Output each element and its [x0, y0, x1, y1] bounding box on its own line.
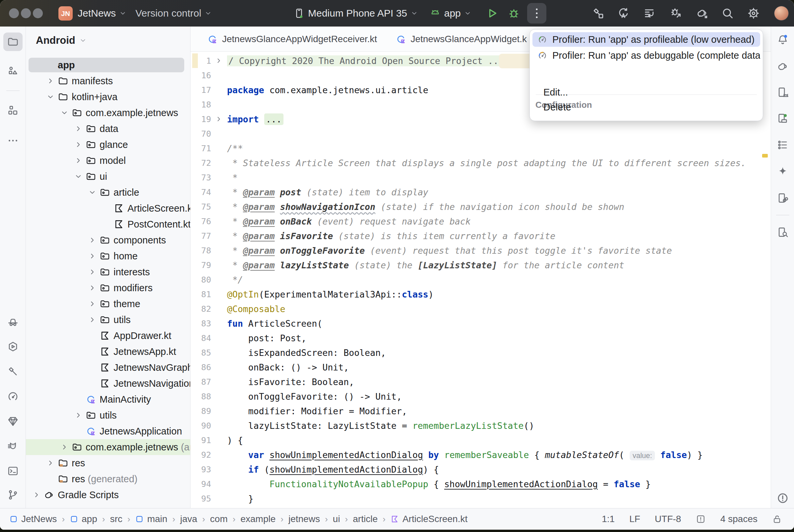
tree-item-appdrawer-kt[interactable]: AppDrawer.kt [26, 328, 190, 344]
structure-tool[interactable] [7, 104, 19, 116]
popup-item-profiler-debuggable[interactable]: Profiler: Run 'app' as debuggable (compl… [532, 48, 760, 63]
profiler-tool[interactable] [7, 391, 19, 402]
breadcrumb-item-main[interactable]: main [135, 514, 167, 525]
device-manager-tool[interactable] [777, 86, 789, 98]
tree-item-jetnewsnavigation[interactable]: JetnewsNavigation [26, 376, 190, 392]
build-tool[interactable] [7, 365, 19, 377]
chevron-right-icon[interactable] [88, 252, 99, 260]
user-avatar[interactable] [774, 6, 789, 21]
tree-item-glance[interactable]: glance [26, 137, 190, 153]
chevron-right-icon[interactable] [74, 140, 86, 149]
structure-tool-right[interactable] [777, 139, 789, 151]
chevron-right-icon[interactable] [88, 236, 99, 244]
tree-item-kotlin-java[interactable]: kotlin+java [26, 89, 190, 105]
tree-item-articlescreen-kt[interactable]: ArticleScreen.kt [26, 200, 190, 216]
popup-action-delete[interactable]: Delete [530, 100, 760, 114]
project-menu[interactable]: JetNews [78, 0, 127, 26]
chevron-right-icon[interactable] [33, 491, 44, 499]
line-separator-widget[interactable]: LF [629, 514, 640, 525]
vcs-menu[interactable]: Version control [135, 0, 212, 26]
encoding-widget[interactable]: UTF-8 [655, 514, 681, 525]
chevron-down-icon[interactable] [47, 93, 58, 101]
more-run-options-button[interactable] [527, 3, 547, 23]
tree-item-utils[interactable]: utils [26, 312, 190, 328]
inspection-status-icon[interactable] [696, 514, 706, 524]
breadcrumb-item-article[interactable]: article [353, 514, 378, 525]
breadcrumb-item-jetnews[interactable]: jetnews [289, 514, 320, 525]
settings-button[interactable] [747, 7, 760, 20]
device-selector[interactable]: Medium Phone API 35 [293, 0, 418, 26]
close-window-button[interactable] [9, 8, 19, 18]
tree-item-res[interactable]: res [26, 455, 190, 471]
run-configuration-selector[interactable]: app [429, 0, 472, 26]
project-tool[interactable] [7, 36, 19, 48]
popup-action-edit[interactable]: Edit... [530, 85, 760, 99]
tree-item-components[interactable]: components [26, 232, 190, 248]
breadcrumb-item-app[interactable]: app [70, 514, 97, 525]
popup-item-profiler-profileable[interactable]: Profiler: Run 'app' as profileable (low … [532, 32, 760, 47]
tree-item-theme[interactable]: theme [26, 296, 190, 312]
indent-widget[interactable]: 4 spaces [720, 514, 757, 525]
breadcrumb-item-ui[interactable]: ui [333, 514, 340, 525]
device-mirroring-tool[interactable] [777, 192, 789, 204]
build-button[interactable] [592, 7, 605, 20]
tree-item-res[interactable]: res (generated) [26, 471, 190, 487]
tree-item-jetnewsapp-kt[interactable]: JetnewsApp.kt [26, 344, 190, 360]
tree-item-com-example-jetnews[interactable]: com.example.jetnews (an [26, 439, 190, 455]
tree-item-jetnewsapplication[interactable]: JetnewsApplication [26, 423, 190, 439]
chevron-right-icon[interactable] [88, 316, 99, 324]
apply-changes-button[interactable] [617, 7, 630, 20]
tree-item-mainactivity[interactable]: MainActivity [26, 392, 190, 407]
tree-item-gradle-scripts[interactable]: Gradle Scripts [26, 487, 190, 503]
chevron-right-icon[interactable] [88, 268, 99, 276]
chevron-right-icon[interactable] [47, 77, 58, 85]
gradle-tool[interactable] [777, 60, 789, 72]
version-control-tool[interactable] [7, 489, 19, 501]
fold-arrow-icon[interactable] [215, 57, 227, 64]
chevron-right-icon[interactable] [60, 443, 72, 451]
tree-item-manifests[interactable]: manifests [26, 73, 190, 89]
tree-item-jetnewsnavgraph-[interactable]: JetnewsNavGraph. [26, 360, 190, 376]
project-view-selector[interactable]: Android [36, 32, 87, 49]
chevron-down-icon[interactable] [88, 188, 99, 197]
minimize-window-button[interactable] [21, 8, 31, 18]
problems-tool[interactable] [777, 492, 789, 504]
breadcrumb-item-example[interactable]: example [240, 514, 276, 525]
logcat-tool[interactable] [7, 440, 19, 452]
running-devices-tool[interactable] [777, 112, 789, 125]
breadcrumb-item-src[interactable]: src [110, 514, 122, 525]
chevron-down-icon[interactable] [74, 172, 86, 181]
more-tool-windows[interactable] [7, 135, 19, 147]
notifications-tool[interactable] [777, 34, 789, 46]
debug-button[interactable] [507, 7, 520, 20]
breadcrumb-item-java[interactable]: java [180, 514, 197, 525]
fold-arrow-icon[interactable] [215, 115, 227, 123]
tree-item-model[interactable]: model [26, 153, 190, 169]
chevron-right-icon[interactable] [88, 284, 99, 292]
run-button[interactable] [485, 7, 499, 20]
app-inspection-tool[interactable] [7, 341, 19, 353]
zoom-window-button[interactable] [33, 8, 43, 18]
apply-code-changes-button[interactable] [643, 7, 656, 20]
chevron-right-icon[interactable] [74, 125, 86, 133]
editor-tab-jetnewsglanceappwidget-k[interactable]: JetnewsGlanceAppWidget.k [386, 26, 536, 52]
tree-item-article[interactable]: article [26, 185, 190, 200]
tree-item-home[interactable]: home [26, 248, 190, 264]
chevron-right-icon[interactable] [74, 156, 86, 165]
chevron-right-icon[interactable] [74, 411, 86, 420]
terminal-tool[interactable] [7, 465, 19, 477]
breadcrumb-item-articlescreen-kt[interactable]: ArticleScreen.kt [390, 514, 467, 525]
tree-item-utils[interactable]: utils [26, 407, 190, 423]
chevron-right-icon[interactable] [88, 300, 99, 308]
gemini-sparkle-tool[interactable] [777, 166, 789, 177]
chevron-right-icon[interactable] [47, 459, 58, 467]
tree-item-ui[interactable]: ui [26, 169, 190, 185]
lock-open-icon[interactable] [772, 514, 782, 524]
gemini-tool[interactable] [7, 415, 19, 427]
tree-item-data[interactable]: data [26, 121, 190, 137]
gradle-sync-button[interactable] [696, 7, 709, 20]
caret-position-widget[interactable]: 1:1 [602, 514, 615, 525]
editor-tab-jetnewsglanceappwidgetreceiver-kt[interactable]: JetnewsGlanceAppWidgetReceiver.kt [198, 26, 386, 52]
tree-item-postcontent-kt[interactable]: PostContent.kt [26, 216, 190, 232]
resource-manager-tool[interactable] [7, 65, 19, 77]
